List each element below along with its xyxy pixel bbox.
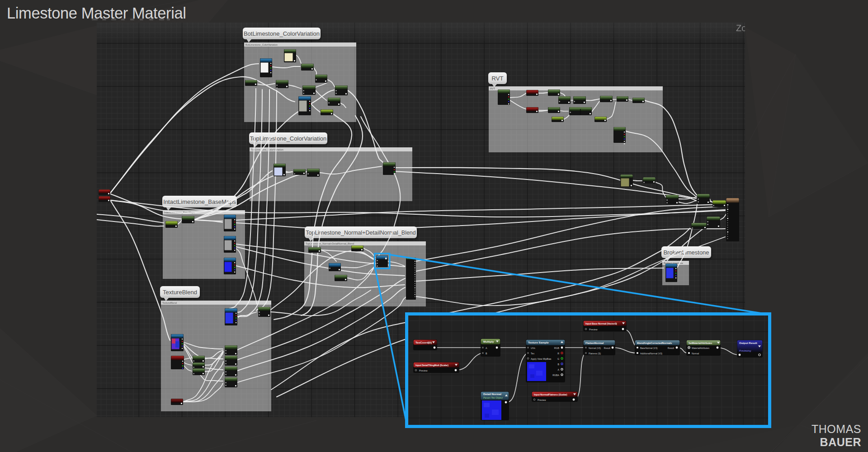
svg-text:BotLimestone_ColorVariation: BotLimestone_ColorVariation <box>244 30 320 37</box>
svg-text:Output Result: Output Result <box>739 342 757 344</box>
svg-text:Input Base Normal (Vector3): Input Base Normal (Vector3) <box>585 322 617 325</box>
svg-text:MaterialAttributes: MaterialAttributes <box>692 347 709 349</box>
svg-text:B: B <box>486 352 487 355</box>
svg-text:R: R <box>557 352 559 355</box>
svg-text:THOMAS: THOMAS <box>811 423 861 435</box>
svg-text:RVT: RVT <box>492 75 504 82</box>
svg-text:Preview: Preview <box>419 369 428 372</box>
svg-text:Normal (V3): Normal (V3) <box>589 347 601 349</box>
svg-text:BAUER: BAUER <box>820 436 861 448</box>
svg-text:AdditionalNormal (V3): AdditionalNormal (V3) <box>640 352 662 355</box>
svg-text:Texture Sample: Texture Sample <box>528 341 549 344</box>
svg-text:TopLimestone_ColorVariation: TopLimestone_ColorVariation <box>251 148 283 151</box>
svg-text:Previewing: Previewing <box>739 349 751 352</box>
svg-text:RGB: RGB <box>554 347 560 349</box>
svg-text:Apply View MipBias: Apply View MipBias <box>531 358 552 360</box>
svg-text:TextureBlend: TextureBlend <box>162 301 177 304</box>
svg-text:Result: Result <box>604 347 611 349</box>
svg-text:Preview: Preview <box>538 399 546 401</box>
svg-text:TexCoord[0]: TexCoord[0] <box>415 341 432 344</box>
svg-text:BaseNormal (V3): BaseNormal (V3) <box>640 347 658 349</box>
svg-text:Input DetailTilingMult (Scalar: Input DetailTilingMult (Scalar) <box>415 364 448 367</box>
svg-text:TextureBlend: TextureBlend <box>163 289 197 296</box>
svg-text:Flatness (S): Flatness (S) <box>589 352 601 355</box>
svg-text:BotLimestone_ColorVariation: BotLimestone_ColorVariation <box>245 43 278 46</box>
svg-text:Multiply: Multiply <box>483 340 494 343</box>
svg-text:RGBA: RGBA <box>552 374 559 377</box>
svg-text:A: A <box>558 368 560 371</box>
svg-text:UVs: UVs <box>531 347 535 349</box>
svg-text:Detail Normal: Detail Normal <box>483 392 501 396</box>
svg-text:Result: Result <box>668 347 675 349</box>
svg-text:Param Tex Object: Param Tex Object <box>483 396 503 399</box>
svg-text:TopLimestone_Normal+DetailNorm: TopLimestone_Normal+DetailNormal_Blend <box>306 230 416 236</box>
svg-text:RVT: RVT <box>490 87 495 90</box>
svg-text:Tex: Tex <box>531 352 534 355</box>
svg-text:G: G <box>557 358 559 360</box>
svg-text:BlendAngleCorrectedNormals: BlendAngleCorrectedNormals <box>637 342 672 344</box>
svg-text:Preview: Preview <box>589 328 598 331</box>
svg-text:FlattenNormal: FlattenNormal <box>585 342 604 344</box>
svg-text:B: B <box>558 363 560 366</box>
svg-text:Input NormalFlatness (Scalar): Input NormalFlatness (Scalar) <box>534 393 567 396</box>
svg-text:SetMaterialAttributes: SetMaterialAttributes <box>689 342 712 344</box>
svg-text:Normal: Normal <box>692 352 699 355</box>
svg-text:A: A <box>486 347 487 349</box>
